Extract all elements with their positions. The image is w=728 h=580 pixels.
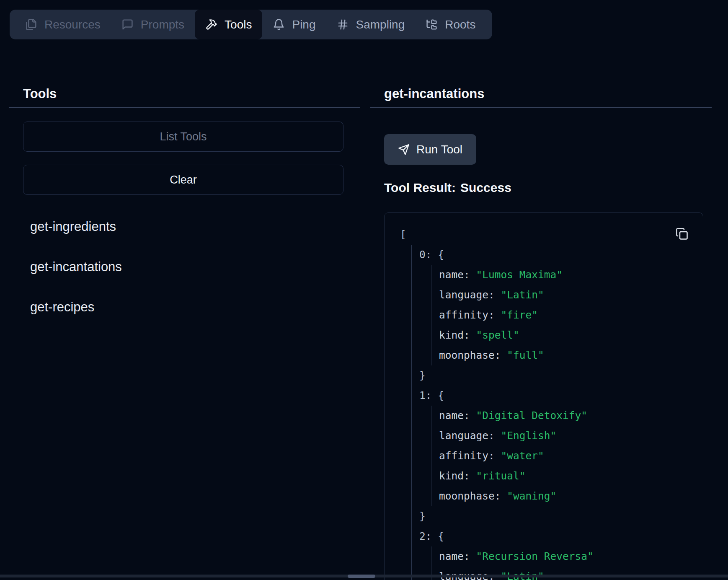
run-tool-button[interactable]: Run Tool [384,134,476,165]
hammer-icon [205,18,217,31]
json-line: name: "Lumos Maxima" [439,265,690,285]
tab-sampling[interactable]: Sampling [326,10,416,39]
tools-panel-title: Tools [23,85,57,102]
json-indent-level-1: 0: {name: "Lumos Maxima"language: "Latin… [411,245,690,580]
tool-result-success-badge: Success [460,181,511,194]
json-line: moonphase: "waning" [439,486,690,506]
json-line: 1: { [419,386,690,406]
list-tools-button[interactable]: List Tools [23,122,343,152]
tool-result-status: Tool Result:Success [384,179,511,196]
run-tool-label: Run Tool [416,143,462,156]
json-line: language: "Latin" [439,567,690,580]
tool-list-item-get-ingredients[interactable]: get-ingredients [23,207,320,247]
right-panel-divider [370,107,712,108]
copy-icon [676,228,688,240]
json-line: moonphase: "full" [439,345,690,365]
copy-result-button[interactable] [675,227,689,241]
json-line: name: "Recursion Reversa" [439,546,690,567]
tab-prompts[interactable]: Prompts [111,10,195,39]
bell-icon [273,18,285,31]
tab-roots[interactable]: Roots [415,10,486,39]
tool-list: get-ingredients get-incantations get-rec… [23,207,320,327]
tab-bar: Resources Prompts Tools Ping Sampling Ro… [10,10,492,39]
result-json-lines: [0: {name: "Lumos Maxima"language: "Lati… [400,225,690,580]
selected-tool-title: get-incantations [384,85,484,102]
json-line: } [419,365,690,386]
json-line: kind: "spell" [439,325,690,345]
json-indent-level-2: name: "Lumos Maxima"language: "Latin"aff… [431,265,690,365]
horizontal-scrollbar-thumb[interactable] [348,575,375,578]
tool-result-label: Tool Result: [384,181,456,194]
tool-list-item-get-incantations[interactable]: get-incantations [23,247,320,287]
tab-label: Prompts [141,18,184,31]
json-line: name: "Digital Detoxify" [439,406,690,426]
clear-button[interactable]: Clear [23,165,343,195]
json-line: 2: { [419,526,690,546]
hash-icon [337,18,349,31]
json-line: } [419,506,690,526]
json-line: [ [400,225,690,245]
tab-ping[interactable]: Ping [262,10,326,39]
tool-result-json-box[interactable]: [0: {name: "Lumos Maxima"language: "Lati… [384,212,703,580]
tool-list-item-get-recipes[interactable]: get-recipes [23,287,320,327]
json-line: kind: "ritual" [439,466,690,486]
json-line: affinity: "fire" [439,305,690,325]
left-panel-divider [9,107,360,108]
json-line: language: "Latin" [439,285,690,305]
files-icon [25,18,37,31]
tab-label: Sampling [356,18,405,31]
tab-tools[interactable]: Tools [195,10,262,39]
tab-resources[interactable]: Resources [15,10,111,39]
json-line: 0: { [419,245,690,265]
json-indent-level-2: name: "Digital Detoxify"language: "Engli… [431,406,690,506]
tab-label: Resources [44,18,101,31]
send-icon [398,144,410,155]
tab-label: Ping [292,18,315,31]
folder-tree-icon [426,18,438,31]
tab-label: Roots [445,18,475,31]
json-line: language: "English" [439,426,690,446]
json-line: affinity: "water" [439,446,690,466]
tab-label: Tools [225,18,252,31]
message-square-icon [121,18,134,31]
